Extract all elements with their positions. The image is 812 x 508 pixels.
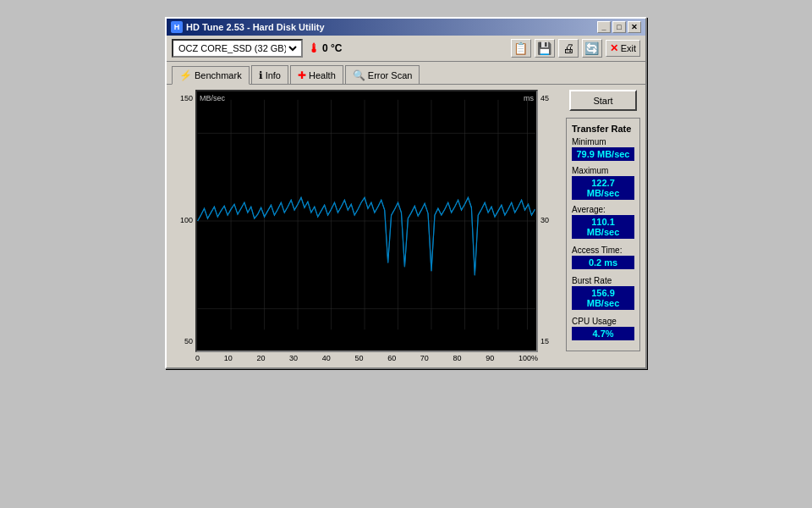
cpu-usage-row: CPU Usage 4.7% [572,317,634,340]
error-scan-tab-icon: 🔍 [353,69,365,81]
x-label-90: 90 [486,354,494,362]
main-window: H HD Tune 2.53 - Hard Disk Utility _ □ ✕… [165,17,647,369]
access-time-label: Access Time: [572,246,634,255]
toolbar: OCZ CORE_SSD (32 GB) 🌡 0 °C 📋 💾 🖨 🔄 ✕ Ex… [167,36,645,62]
x-label-20: 20 [256,354,265,362]
title-bar-left: H HD Tune 2.53 - Hard Disk Utility [171,21,325,33]
average-label: Average: [572,205,634,214]
toolbar-icons: 📋 💾 🖨 🔄 ✕ Exit [511,39,640,58]
tab-bar: ⚡ Benchmark ℹ Info ✚ Health 🔍 Error Scan [167,62,645,84]
tab-benchmark[interactable]: ⚡ Benchmark [172,66,250,85]
access-time-row: Access Time: 0.2 ms [572,246,634,269]
chart-section: 150 100 50 MB/sec ms [172,90,559,362]
exit-label: Exit [621,43,636,53]
exit-icon: ✕ [610,42,618,54]
stats-box: Transfer Rate Minimum 79.9 MB/sec Maximu… [566,118,640,351]
window-title: HD Tune 2.53 - Hard Disk Utility [186,22,325,32]
minimum-value: 79.9 MB/sec [572,147,634,161]
y-label-30: 30 [540,216,559,224]
cpu-usage-value: 4.7% [572,327,634,340]
close-button[interactable]: ✕ [628,21,641,33]
chart-column: MB/sec ms [195,90,538,362]
info-tab-label: Info [266,70,281,80]
copy-icon-btn[interactable]: 📋 [511,39,531,58]
x-label-60: 60 [387,354,396,362]
tab-error-scan[interactable]: 🔍 Error Scan [345,65,420,84]
y-axis-left: 150 100 50 [172,90,195,362]
refresh-icon-btn[interactable]: 🔄 [582,39,602,58]
maximum-value: 122.7 MB/sec [572,176,634,200]
benchmark-tab-label: Benchmark [195,70,242,80]
right-panel: Start Transfer Rate Minimum 79.9 MB/sec … [566,90,640,362]
cpu-usage-label: CPU Usage [572,317,634,326]
x-label-40: 40 [322,354,331,362]
access-time-value: 0.2 ms [572,256,634,269]
x-label-70: 70 [420,354,429,362]
content-area: 150 100 50 MB/sec ms [167,84,645,367]
temperature-value: 0 °C [322,42,342,54]
minimum-label: Minimum [572,137,634,146]
average-value: 110.1 MB/sec [572,215,634,239]
y-label-100: 100 [172,216,193,224]
app-icon: H [171,21,183,33]
x-axis-labels: 0 10 20 30 40 50 60 70 80 90 100% [195,352,538,362]
burst-rate-label: Burst Rate [572,276,634,285]
x-label-80: 80 [453,354,462,362]
chart-with-axes: 150 100 50 MB/sec ms [172,90,559,362]
health-tab-icon: ✚ [298,69,306,81]
y-label-50: 50 [172,337,193,345]
x-label-0: 0 [195,354,200,362]
print-icon-btn[interactable]: 🖨 [558,39,579,58]
health-tab-label: Health [309,70,336,80]
x-label-50: 50 [354,354,363,362]
title-bar-buttons: _ □ ✕ [597,21,641,33]
maximum-label: Maximum [572,166,634,175]
minimum-row: Minimum 79.9 MB/sec [572,137,634,161]
thermometer-icon: 🌡 [308,41,320,55]
info-tab-icon: ℹ [259,69,263,81]
drive-dropdown[interactable]: OCZ CORE_SSD (32 GB) [175,42,299,54]
x-label-100: 100% [518,354,538,362]
tab-health[interactable]: ✚ Health [290,65,343,84]
y-label-150: 150 [172,94,193,102]
maximum-row: Maximum 122.7 MB/sec [572,166,634,200]
y-label-15: 15 [540,337,559,345]
average-row: Average: 110.1 MB/sec [572,205,634,239]
save-icon-btn[interactable]: 💾 [535,39,555,58]
title-bar: H HD Tune 2.53 - Hard Disk Utility _ □ ✕ [167,19,645,36]
minimize-button[interactable]: _ [597,21,611,33]
benchmark-tab-icon: ⚡ [179,69,192,81]
restore-button[interactable]: □ [612,21,626,33]
burst-rate-row: Burst Rate 156.9 MB/sec [572,276,634,310]
x-label-30: 30 [289,354,298,362]
x-label-10: 10 [224,354,233,362]
chart-svg [197,91,536,351]
transfer-rate-title: Transfer Rate [572,124,634,134]
start-button[interactable]: Start [569,90,637,111]
exit-button[interactable]: ✕ Exit [606,40,640,57]
y-axis-right: 45 30 15 [538,90,559,362]
error-scan-tab-label: Error Scan [368,70,413,80]
burst-rate-value: 156.9 MB/sec [572,286,634,310]
drive-selector[interactable]: OCZ CORE_SSD (32 GB) [172,39,303,58]
tab-info[interactable]: ℹ Info [251,65,288,84]
y-label-45: 45 [540,94,559,102]
benchmark-chart: MB/sec ms [195,90,538,352]
temperature-display: 🌡 0 °C [308,41,342,55]
